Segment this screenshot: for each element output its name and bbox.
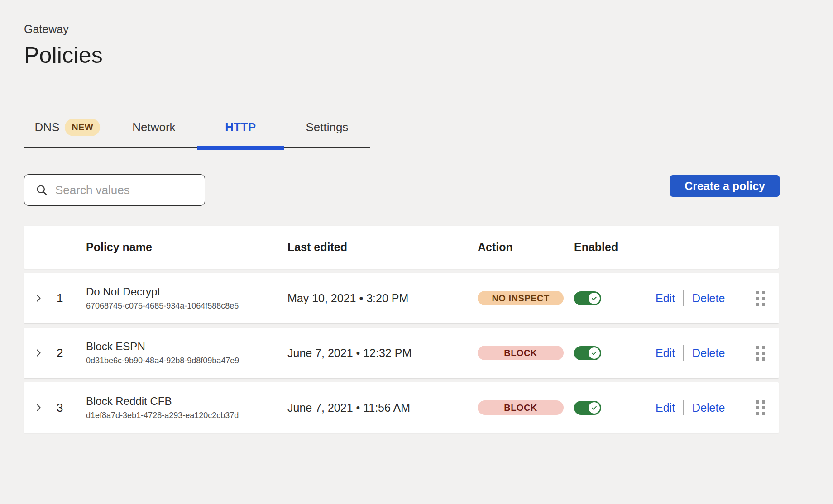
edit-link[interactable]: Edit — [656, 401, 675, 414]
drag-handle-icon[interactable] — [756, 400, 765, 415]
search-box[interactable] — [24, 174, 205, 206]
table-row: 1 Do Not Decrypt 67068745-c075-4685-934a… — [24, 273, 779, 323]
tab-label: HTTP — [225, 120, 256, 134]
enabled-toggle[interactable] — [574, 291, 601, 305]
tab-bar: DNSNEWNetworkHTTPSettings — [24, 119, 370, 148]
table-header-row: Policy name Last edited Action Enabled — [24, 226, 779, 269]
check-icon — [591, 404, 598, 411]
create-policy-button[interactable]: Create a policy — [670, 175, 780, 197]
page-title: Policies — [24, 42, 804, 68]
expand-row-button[interactable] — [24, 403, 53, 413]
policy-name: Do Not Decrypt — [86, 285, 287, 298]
search-input[interactable] — [55, 183, 207, 197]
action-divider — [683, 400, 684, 415]
action-badge: BLOCK — [478, 400, 564, 415]
policy-name: Block Reddit CFB — [86, 395, 287, 408]
drag-handle-icon[interactable] — [756, 346, 765, 361]
new-badge: NEW — [65, 119, 100, 136]
breadcrumb: Gateway — [24, 23, 804, 36]
column-header-last-edited: Last edited — [287, 241, 478, 254]
tab-dns[interactable]: DNSNEW — [24, 119, 110, 135]
toolbar: Create a policy — [24, 174, 780, 206]
row-number: 1 — [53, 291, 86, 305]
chevron-right-icon — [34, 403, 43, 413]
tab-label: DNS — [34, 120, 59, 134]
last-edited: June 7, 2021 • 11:56 AM — [287, 401, 478, 414]
tab-label: Settings — [306, 120, 348, 134]
check-icon — [591, 295, 598, 302]
policy-name: Block ESPN — [86, 340, 287, 353]
policy-uuid: d1ef8a7d-3eb1-4728-a293-ea120c2cb37d — [86, 411, 287, 420]
delete-link[interactable]: Delete — [692, 347, 725, 360]
enabled-toggle[interactable] — [574, 401, 601, 415]
tab-settings[interactable]: Settings — [284, 119, 370, 135]
last-edited: May 10, 2021 • 3:20 PM — [287, 292, 478, 305]
row-number: 2 — [53, 346, 86, 360]
check-icon — [591, 350, 598, 357]
tab-label: Network — [132, 120, 175, 134]
active-tab-indicator — [197, 146, 284, 150]
action-divider — [683, 345, 684, 361]
chevron-right-icon — [34, 293, 43, 303]
gateway-policies-page: Gateway Policies DNSNEWNetworkHTTPSettin… — [0, 0, 804, 433]
action-badge: NO INSPECT — [478, 291, 564, 305]
edit-link[interactable]: Edit — [656, 347, 675, 360]
edit-link[interactable]: Edit — [656, 292, 675, 305]
search-icon — [35, 184, 48, 196]
action-divider — [683, 290, 684, 306]
chevron-right-icon — [34, 348, 43, 358]
policy-uuid: 0d31be6c-9b90-48a4-92b8-9d8f09ba47e9 — [86, 356, 287, 366]
policy-uuid: 67068745-c075-4685-934a-1064f588c8e5 — [86, 301, 287, 311]
column-header-enabled: Enabled — [574, 241, 656, 254]
action-badge: BLOCK — [478, 346, 564, 360]
policies-table: Policy name Last edited Action Enabled 1… — [24, 226, 779, 433]
row-number: 3 — [53, 401, 86, 415]
tab-http[interactable]: HTTP — [197, 119, 284, 135]
delete-link[interactable]: Delete — [692, 401, 725, 414]
expand-row-button[interactable] — [24, 293, 53, 303]
enabled-toggle[interactable] — [574, 346, 601, 360]
expand-row-button[interactable] — [24, 348, 53, 358]
table-row: 3 Block Reddit CFB d1ef8a7d-3eb1-4728-a2… — [24, 382, 779, 433]
column-header-policy-name: Policy name — [86, 241, 287, 254]
delete-link[interactable]: Delete — [692, 292, 725, 305]
column-header-action: Action — [478, 241, 574, 254]
drag-handle-icon[interactable] — [756, 291, 765, 306]
tab-network[interactable]: Network — [110, 119, 197, 135]
table-row: 2 Block ESPN 0d31be6c-9b90-48a4-92b8-9d8… — [24, 328, 779, 378]
last-edited: June 7, 2021 • 12:32 PM — [287, 347, 478, 360]
